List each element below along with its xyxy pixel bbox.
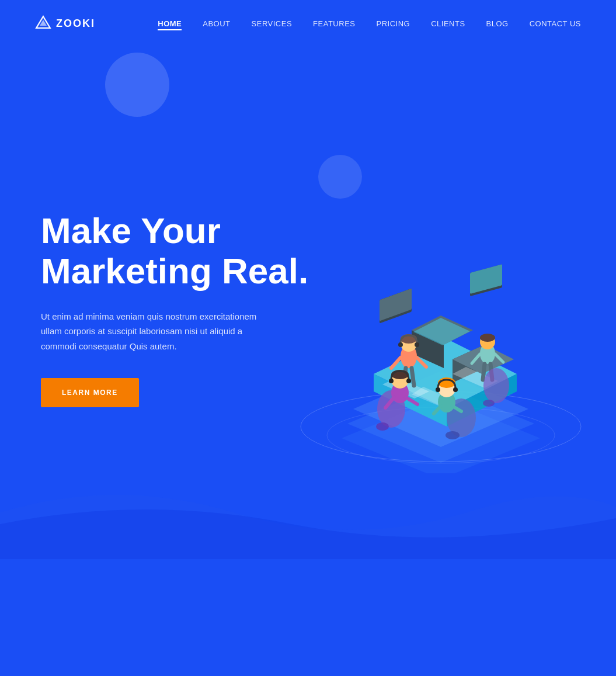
nav-item-clients[interactable]: CLIENTS xyxy=(431,18,465,29)
svg-point-30 xyxy=(398,342,403,347)
svg-rect-14 xyxy=(470,264,502,294)
svg-point-55 xyxy=(436,387,440,392)
nav-item-features[interactable]: FEATURES xyxy=(313,18,355,29)
isometric-svg xyxy=(289,193,593,473)
svg-point-47 xyxy=(406,379,411,383)
svg-point-34 xyxy=(480,334,495,342)
svg-line-37 xyxy=(483,364,485,380)
svg-point-51 xyxy=(446,431,460,439)
svg-point-40 xyxy=(483,400,495,407)
logo-text: ZOOKI xyxy=(56,18,95,30)
nav-item-contact[interactable]: CONTACT US xyxy=(530,18,581,29)
learn-more-button[interactable]: LEARN MORE xyxy=(41,378,139,407)
hero-subtext: Ut enim ad minima veniam quis nostrum ex… xyxy=(41,309,263,354)
logo[interactable]: ZOOKI xyxy=(35,15,95,32)
nav-link-home[interactable]: HOME xyxy=(158,19,182,30)
nav-link-clients[interactable]: CLIENTS xyxy=(431,19,465,28)
hero-heading: Make Your Marketing Real. xyxy=(41,210,309,292)
svg-line-29 xyxy=(412,368,414,386)
nav-links: HOME ABOUT SERVICES FEATURES PRICING CLI… xyxy=(158,18,581,29)
wave-decoration xyxy=(0,466,616,559)
svg-point-42 xyxy=(376,422,389,431)
nav-item-services[interactable]: SERVICES xyxy=(252,18,293,29)
nav-link-pricing[interactable]: PRICING xyxy=(376,19,410,28)
decorative-circle-center xyxy=(318,155,362,199)
hero-section: ZOOKI HOME ABOUT SERVICES FEATURES PRICI… xyxy=(0,0,616,676)
svg-point-31 xyxy=(415,342,419,347)
nav-link-contact[interactable]: CONTACT US xyxy=(530,19,581,28)
nav-item-pricing[interactable]: PRICING xyxy=(376,18,410,29)
svg-point-56 xyxy=(453,387,458,392)
nav-link-services[interactable]: SERVICES xyxy=(252,19,293,28)
hero-illustration xyxy=(289,193,593,473)
hero-content: Make Your Marketing Real. Ut enim ad min… xyxy=(41,210,309,407)
decorative-circle-top xyxy=(105,53,169,117)
svg-point-46 xyxy=(389,379,394,383)
nav-item-about[interactable]: ABOUT xyxy=(203,18,230,29)
nav-link-features[interactable]: FEATURES xyxy=(313,19,355,28)
nav-item-home[interactable]: HOME xyxy=(158,18,182,29)
nav-link-about[interactable]: ABOUT xyxy=(203,19,230,28)
logo-icon xyxy=(35,15,51,32)
nav-link-blog[interactable]: BLOG xyxy=(486,19,509,28)
navbar: ZOOKI HOME ABOUT SERVICES FEATURES PRICI… xyxy=(0,0,616,47)
svg-point-39 xyxy=(483,368,509,403)
nav-item-blog[interactable]: BLOG xyxy=(486,18,509,29)
